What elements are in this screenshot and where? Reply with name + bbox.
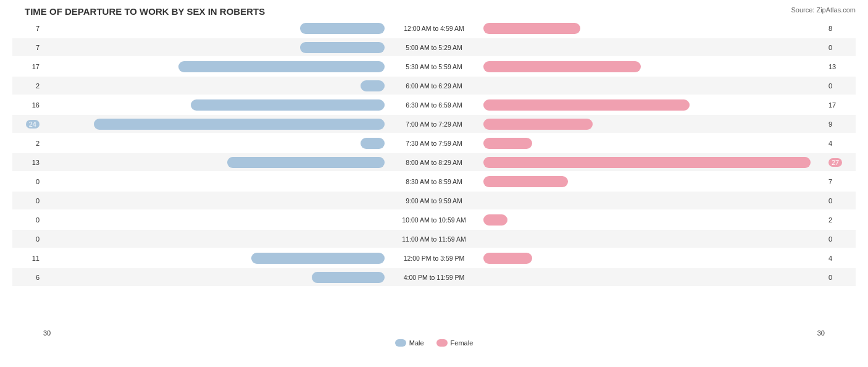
row-male-value: 17 — [12, 63, 43, 70]
right-bars — [483, 175, 825, 188]
left-bars — [43, 233, 385, 245]
right-bars — [483, 156, 825, 169]
bar-female — [483, 214, 507, 226]
row-female-value: 27 — [825, 159, 856, 166]
bar-section: 5:00 AM to 5:29 AM — [43, 38, 825, 56]
time-label: 8:00 AM to 8:29 AM — [385, 159, 483, 166]
chart-row: 166:30 AM to 6:59 AM17 — [12, 96, 856, 114]
bar-female — [483, 176, 568, 187]
bar-male — [361, 80, 385, 91]
chart-row: 27:30 AM to 7:59 AM4 — [12, 134, 856, 152]
row-female-value: 13 — [825, 63, 856, 70]
bar-female — [483, 119, 593, 130]
left-bars — [43, 80, 385, 92]
row-male-value: 0 — [12, 178, 43, 185]
bar-section: 8:30 AM to 8:59 AM — [43, 172, 825, 190]
bar-section: 12:00 AM to 4:59 AM — [43, 19, 825, 37]
row-male-value: 0 — [12, 197, 43, 205]
time-label: 6:30 AM to 6:59 AM — [385, 101, 483, 109]
left-bars — [43, 61, 385, 73]
time-label: 7:00 AM to 7:29 AM — [385, 120, 483, 128]
legend-female-box — [436, 339, 448, 347]
time-label: 11:00 AM to 11:59 AM — [385, 235, 483, 243]
row-female-value: 2 — [825, 216, 856, 224]
row-female-value: 0 — [825, 44, 856, 51]
row-male-value: 2 — [12, 82, 43, 90]
time-label: 4:00 PM to 11:59 PM — [385, 274, 483, 281]
bar-female — [483, 99, 690, 111]
left-bars — [43, 22, 385, 35]
legend-male: Male — [395, 339, 424, 347]
source-text: Source: ZipAtlas.com — [791, 6, 856, 14]
left-bars — [43, 156, 385, 169]
legend: Male Female — [12, 339, 856, 347]
bar-male — [94, 119, 385, 130]
row-female-value: 9 — [825, 120, 856, 128]
chart-row: 75:00 AM to 5:29 AM0 — [12, 38, 856, 56]
bar-male — [300, 23, 385, 34]
left-bars — [43, 271, 385, 284]
time-label: 6:00 AM to 6:29 AM — [385, 82, 483, 90]
bar-female — [483, 61, 641, 72]
chart-row: 011:00 AM to 11:59 AM0 — [12, 230, 856, 248]
bar-section: 7:30 AM to 7:59 AM — [43, 134, 825, 152]
chart-row: 08:30 AM to 8:59 AM7 — [12, 172, 856, 190]
chart-row: 712:00 AM to 4:59 AM8 — [12, 19, 856, 37]
row-female-value: 0 — [825, 197, 856, 205]
chart-row: 09:00 AM to 9:59 AM0 — [12, 192, 856, 209]
row-female-value: 0 — [825, 82, 856, 90]
chart-row: 247:00 AM to 7:29 AM9 — [12, 115, 856, 133]
time-label: 7:30 AM to 7:59 AM — [385, 140, 483, 147]
bar-section: 9:00 AM to 9:59 AM — [43, 192, 825, 209]
chart-row: 010:00 AM to 10:59 AM2 — [12, 211, 856, 229]
right-bars — [483, 271, 825, 284]
left-bars — [43, 214, 385, 226]
bar-section: 12:00 PM to 3:59 PM — [43, 249, 825, 267]
bar-male — [361, 138, 385, 149]
bar-section: 4:00 PM to 11:59 PM — [43, 268, 825, 286]
row-male-value: 7 — [12, 25, 43, 32]
time-label: 5:30 AM to 5:59 AM — [385, 63, 483, 70]
time-label: 12:00 AM to 4:59 AM — [385, 25, 483, 32]
row-male-value: 7 — [12, 44, 43, 51]
bar-male — [312, 272, 385, 283]
legend-male-box — [395, 339, 406, 347]
row-female-value: 4 — [825, 140, 856, 147]
bar-male — [300, 42, 385, 53]
left-bars — [43, 252, 385, 264]
row-male-value: 0 — [12, 235, 43, 243]
bottom-label-left: 30 — [43, 329, 51, 337]
right-bars — [483, 137, 825, 150]
chart-container: TIME OF DEPARTURE TO WORK BY SEX IN ROBE… — [0, 0, 868, 367]
chart-row: 64:00 PM to 11:59 PM0 — [12, 268, 856, 286]
bar-section: 10:00 AM to 10:59 AM — [43, 211, 825, 229]
bar-male — [191, 99, 385, 111]
right-bars — [483, 214, 825, 226]
row-female-value: 7 — [825, 178, 856, 185]
time-label: 10:00 AM to 10:59 AM — [385, 216, 483, 224]
chart-area: 712:00 AM to 4:59 AM875:00 AM to 5:29 AM… — [12, 19, 856, 328]
right-bars — [483, 80, 825, 92]
right-bars — [483, 61, 825, 73]
left-bars — [43, 99, 385, 111]
left-bars — [43, 41, 385, 54]
row-male-value: 11 — [12, 255, 43, 262]
bottom-labels: 30 30 — [12, 329, 856, 337]
bar-section: 7:00 AM to 7:29 AM — [43, 115, 825, 133]
row-female-value: 17 — [825, 101, 856, 109]
bar-section: 5:30 AM to 5:59 AM — [43, 57, 825, 75]
legend-male-label: Male — [409, 339, 424, 347]
row-male-value: 2 — [12, 140, 43, 147]
right-bars — [483, 252, 825, 264]
row-male-value: 6 — [12, 274, 43, 281]
bottom-label-right: 30 — [817, 329, 825, 337]
bar-female — [483, 23, 580, 34]
chart-row: 175:30 AM to 5:59 AM13 — [12, 57, 856, 75]
right-bars — [483, 233, 825, 245]
bar-section: 6:00 AM to 6:29 AM — [43, 77, 825, 95]
row-female-value: 8 — [825, 25, 856, 32]
row-female-value: 0 — [825, 274, 856, 281]
legend-female-label: Female — [451, 339, 474, 347]
bar-female — [483, 253, 532, 264]
row-female-value: 0 — [825, 235, 856, 243]
